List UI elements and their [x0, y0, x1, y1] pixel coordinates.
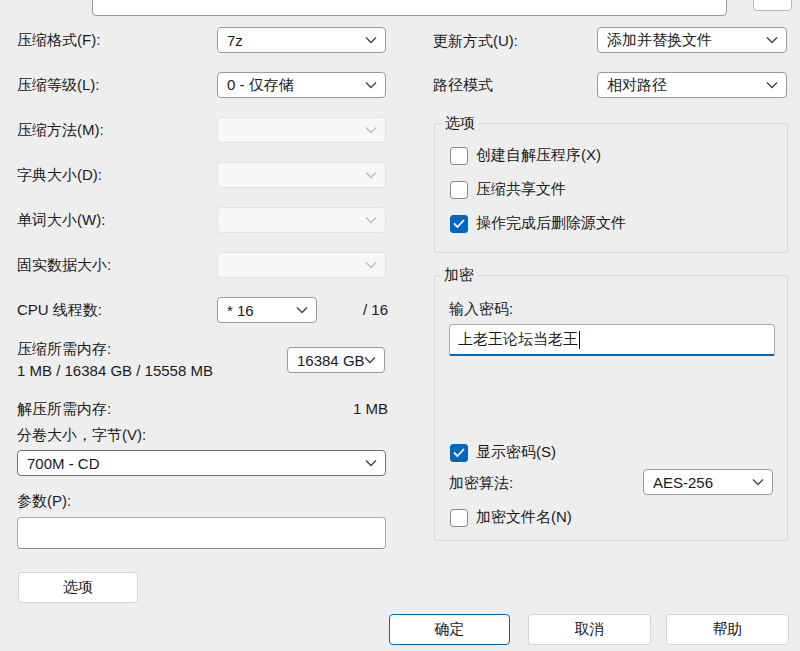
cpu-threads-max: / 16 [300, 301, 388, 318]
word-size-label: 单词大小(W): [17, 211, 105, 230]
chevron-down-icon [365, 171, 377, 179]
password-value: 上老王论坛当老王 [458, 330, 578, 349]
chevron-down-icon [365, 459, 377, 467]
dictionary-select [217, 162, 386, 188]
chevron-down-icon [364, 356, 376, 364]
level-select[interactable]: 0 - 仅存储 [217, 72, 386, 98]
compress-memory-select[interactable]: 16384 GB [287, 347, 385, 373]
chevron-down-icon [766, 81, 778, 89]
check-icon [453, 448, 465, 458]
options-button[interactable]: 选项 [18, 572, 138, 603]
help-button[interactable]: 帮助 [666, 614, 789, 645]
cpu-threads-label: CPU 线程数: [17, 301, 102, 320]
encryption-group-title: 加密 [440, 266, 478, 285]
level-value: 0 - 仅存储 [227, 76, 294, 95]
cpu-threads-value: * 16 [227, 302, 254, 319]
solid-size-label: 固实数据大小: [17, 256, 111, 275]
encryption-method-label: 加密算法: [449, 474, 513, 493]
chevron-down-icon [365, 126, 377, 134]
update-mode-select[interactable]: 添加并替换文件 [597, 27, 787, 53]
check-icon [453, 219, 465, 229]
format-label: 压缩格式(F): [17, 31, 100, 50]
ok-button[interactable]: 确定 [389, 614, 510, 645]
compress-memory-value: 16384 GB [297, 352, 365, 369]
parameters-input[interactable] [17, 517, 386, 549]
path-mode-select[interactable]: 相对路径 [597, 72, 787, 98]
shared-files-checkbox[interactable] [450, 181, 468, 199]
volume-size-combo[interactable]: 700M - CD [17, 450, 386, 476]
volume-size-label: 分卷大小，字节(V): [17, 426, 146, 445]
cancel-button[interactable]: 取消 [528, 614, 651, 645]
level-label: 压缩等级(L): [17, 76, 100, 95]
compress-memory-detail: 1 MB / 16384 GB / 15558 MB [17, 362, 213, 379]
delete-after-checkbox-label[interactable]: 操作完成后删除源文件 [476, 214, 626, 233]
encrypt-filenames-checkbox[interactable] [450, 509, 468, 527]
update-mode-label: 更新方式(U): [433, 32, 518, 51]
word-size-select [217, 207, 386, 233]
method-label: 压缩方法(M): [17, 121, 104, 140]
encryption-method-value: AES-256 [653, 474, 713, 491]
chevron-down-icon [766, 36, 778, 44]
show-password-checkbox[interactable] [450, 444, 468, 462]
decompress-memory-label: 解压所需内存: [17, 400, 111, 419]
compress-memory-label: 压缩所需内存: [17, 340, 111, 359]
chevron-down-icon [365, 216, 377, 224]
parameters-label: 参数(P): [17, 492, 71, 511]
chevron-down-icon [365, 261, 377, 269]
encryption-method-select[interactable]: AES-256 [643, 469, 773, 495]
format-value: 7z [227, 32, 243, 49]
sfx-checkbox-label[interactable]: 创建自解压程序(X) [476, 146, 601, 165]
options-group-title: 选项 [441, 114, 479, 133]
show-password-checkbox-label[interactable]: 显示密码(S) [476, 443, 556, 462]
chevron-down-icon [752, 478, 764, 486]
update-mode-value: 添加并替换文件 [607, 31, 712, 50]
chevron-down-icon [365, 36, 377, 44]
encrypt-filenames-checkbox-label[interactable]: 加密文件名(N) [476, 508, 572, 527]
dictionary-label: 字典大小(D): [17, 166, 102, 185]
archive-name-input[interactable] [92, 0, 727, 16]
format-select[interactable]: 7z [217, 27, 386, 53]
path-mode-value: 相对路径 [607, 76, 667, 95]
chevron-down-icon [365, 81, 377, 89]
password-label: 输入密码: [449, 300, 513, 319]
solid-size-select [217, 252, 386, 278]
sfx-checkbox[interactable] [450, 147, 468, 165]
password-input[interactable]: 上老王论坛当老王 [449, 324, 775, 356]
decompress-memory-value: 1 MB [300, 400, 388, 417]
delete-after-checkbox[interactable] [450, 215, 468, 233]
browse-button[interactable] [753, 0, 792, 11]
volume-size-value: 700M - CD [27, 455, 100, 472]
method-select [217, 117, 386, 143]
text-cursor [579, 331, 580, 349]
shared-files-checkbox-label[interactable]: 压缩共享文件 [476, 180, 566, 199]
path-mode-label: 路径模式 [433, 76, 493, 95]
